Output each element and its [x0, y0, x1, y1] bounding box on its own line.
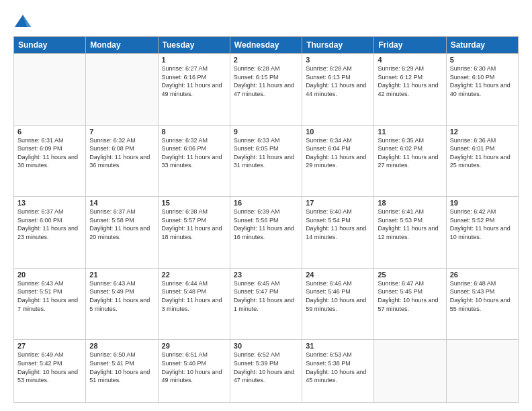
- day-number: 1: [162, 56, 226, 64]
- day-number: 9: [234, 128, 298, 136]
- week-row-5: 27Sunrise: 6:49 AM Sunset: 5:42 PM Dayli…: [14, 340, 519, 403]
- logo: [13, 12, 36, 31]
- day-number: 21: [89, 271, 154, 279]
- day-info: Sunrise: 6:42 AM Sunset: 5:52 PM Dayligh…: [450, 208, 515, 241]
- day-info: Sunrise: 6:43 AM Sunset: 5:51 PM Dayligh…: [17, 279, 82, 313]
- calendar-cell: 1Sunrise: 6:27 AM Sunset: 6:16 PM Daylig…: [158, 54, 230, 126]
- day-number: 27: [17, 342, 82, 350]
- day-number: 15: [162, 199, 226, 207]
- calendar-cell: [14, 54, 86, 126]
- day-number: 20: [17, 271, 82, 279]
- calendar-weekday-thursday: Thursday: [302, 37, 374, 54]
- day-info: Sunrise: 6:39 AM Sunset: 5:56 PM Dayligh…: [234, 208, 298, 241]
- day-info: Sunrise: 6:31 AM Sunset: 6:09 PM Dayligh…: [17, 136, 82, 170]
- calendar-cell: 16Sunrise: 6:39 AM Sunset: 5:56 PM Dayli…: [230, 197, 302, 269]
- calendar-weekday-tuesday: Tuesday: [158, 37, 230, 54]
- day-number: 30: [234, 342, 298, 350]
- calendar-weekday-friday: Friday: [374, 37, 446, 54]
- day-number: 28: [89, 342, 154, 350]
- calendar-cell: 11Sunrise: 6:35 AM Sunset: 6:02 PM Dayli…: [374, 125, 446, 197]
- calendar-cell: 20Sunrise: 6:43 AM Sunset: 5:51 PM Dayli…: [14, 268, 86, 340]
- day-info: Sunrise: 6:33 AM Sunset: 6:05 PM Dayligh…: [234, 136, 298, 170]
- day-info: Sunrise: 6:28 AM Sunset: 6:15 PM Dayligh…: [234, 64, 298, 98]
- day-info: Sunrise: 6:38 AM Sunset: 5:57 PM Dayligh…: [162, 208, 226, 241]
- calendar-cell: 3Sunrise: 6:28 AM Sunset: 6:13 PM Daylig…: [302, 54, 374, 126]
- day-number: 24: [306, 271, 370, 279]
- day-number: 16: [234, 199, 298, 207]
- calendar-cell: 4Sunrise: 6:29 AM Sunset: 6:12 PM Daylig…: [374, 54, 446, 126]
- calendar-table: SundayMondayTuesdayWednesdayThursdayFrid…: [13, 36, 519, 403]
- day-info: Sunrise: 6:49 AM Sunset: 5:42 PM Dayligh…: [17, 351, 82, 384]
- day-info: Sunrise: 6:40 AM Sunset: 5:54 PM Dayligh…: [306, 208, 370, 241]
- calendar-cell: 8Sunrise: 6:32 AM Sunset: 6:06 PM Daylig…: [158, 125, 230, 197]
- calendar-cell: 18Sunrise: 6:41 AM Sunset: 5:53 PM Dayli…: [374, 197, 446, 269]
- day-number: 6: [17, 128, 82, 136]
- calendar-weekday-saturday: Saturday: [446, 37, 518, 54]
- calendar-cell: 26Sunrise: 6:48 AM Sunset: 5:43 PM Dayli…: [446, 268, 518, 340]
- calendar-cell: 24Sunrise: 6:46 AM Sunset: 5:46 PM Dayli…: [302, 268, 374, 340]
- header: [13, 12, 519, 31]
- day-info: Sunrise: 6:29 AM Sunset: 6:12 PM Dayligh…: [378, 64, 442, 98]
- day-info: Sunrise: 6:37 AM Sunset: 5:58 PM Dayligh…: [89, 208, 154, 241]
- day-info: Sunrise: 6:51 AM Sunset: 5:40 PM Dayligh…: [162, 351, 226, 384]
- day-info: Sunrise: 6:30 AM Sunset: 6:10 PM Dayligh…: [450, 64, 515, 98]
- calendar-cell: 21Sunrise: 6:43 AM Sunset: 5:49 PM Dayli…: [86, 268, 158, 340]
- day-number: 31: [306, 342, 370, 350]
- day-number: 14: [89, 199, 154, 207]
- week-row-1: 1Sunrise: 6:27 AM Sunset: 6:16 PM Daylig…: [14, 54, 519, 126]
- calendar-weekday-monday: Monday: [86, 37, 158, 54]
- calendar-cell: 25Sunrise: 6:47 AM Sunset: 5:45 PM Dayli…: [374, 268, 446, 340]
- week-row-4: 20Sunrise: 6:43 AM Sunset: 5:51 PM Dayli…: [14, 268, 519, 340]
- day-info: Sunrise: 6:36 AM Sunset: 6:01 PM Dayligh…: [450, 136, 515, 170]
- day-info: Sunrise: 6:37 AM Sunset: 6:00 PM Dayligh…: [17, 208, 82, 241]
- calendar-weekday-sunday: Sunday: [14, 37, 86, 54]
- day-info: Sunrise: 6:35 AM Sunset: 6:02 PM Dayligh…: [378, 136, 442, 170]
- calendar-cell: [446, 340, 518, 403]
- calendar-cell: 13Sunrise: 6:37 AM Sunset: 6:00 PM Dayli…: [14, 197, 86, 269]
- calendar-cell: 29Sunrise: 6:51 AM Sunset: 5:40 PM Dayli…: [158, 340, 230, 403]
- day-info: Sunrise: 6:52 AM Sunset: 5:39 PM Dayligh…: [234, 351, 298, 384]
- day-info: Sunrise: 6:44 AM Sunset: 5:48 PM Dayligh…: [162, 279, 226, 313]
- page: SundayMondayTuesdayWednesdayThursdayFrid…: [0, 0, 532, 411]
- calendar-cell: 9Sunrise: 6:33 AM Sunset: 6:05 PM Daylig…: [230, 125, 302, 197]
- day-info: Sunrise: 6:45 AM Sunset: 5:47 PM Dayligh…: [234, 279, 298, 313]
- week-row-3: 13Sunrise: 6:37 AM Sunset: 6:00 PM Dayli…: [14, 197, 519, 269]
- day-number: 5: [450, 56, 515, 64]
- day-info: Sunrise: 6:43 AM Sunset: 5:49 PM Dayligh…: [89, 279, 154, 313]
- day-number: 19: [450, 199, 515, 207]
- calendar-cell: 15Sunrise: 6:38 AM Sunset: 5:57 PM Dayli…: [158, 197, 230, 269]
- day-info: Sunrise: 6:27 AM Sunset: 6:16 PM Dayligh…: [162, 64, 226, 98]
- day-info: Sunrise: 6:41 AM Sunset: 5:53 PM Dayligh…: [378, 208, 442, 241]
- day-info: Sunrise: 6:50 AM Sunset: 5:41 PM Dayligh…: [89, 351, 154, 384]
- day-info: Sunrise: 6:32 AM Sunset: 6:06 PM Dayligh…: [162, 136, 226, 170]
- day-info: Sunrise: 6:48 AM Sunset: 5:43 PM Dayligh…: [450, 279, 515, 313]
- week-row-2: 6Sunrise: 6:31 AM Sunset: 6:09 PM Daylig…: [14, 125, 519, 197]
- calendar-cell: 5Sunrise: 6:30 AM Sunset: 6:10 PM Daylig…: [446, 54, 518, 126]
- calendar-cell: 2Sunrise: 6:28 AM Sunset: 6:15 PM Daylig…: [230, 54, 302, 126]
- day-info: Sunrise: 6:46 AM Sunset: 5:46 PM Dayligh…: [306, 279, 370, 313]
- calendar-cell: 10Sunrise: 6:34 AM Sunset: 6:04 PM Dayli…: [302, 125, 374, 197]
- day-number: 22: [162, 271, 226, 279]
- day-number: 10: [306, 128, 370, 136]
- day-number: 23: [234, 271, 298, 279]
- calendar-cell: 22Sunrise: 6:44 AM Sunset: 5:48 PM Dayli…: [158, 268, 230, 340]
- calendar-cell: 30Sunrise: 6:52 AM Sunset: 5:39 PM Dayli…: [230, 340, 302, 403]
- day-number: 13: [17, 199, 82, 207]
- day-number: 25: [378, 271, 442, 279]
- day-number: 17: [306, 199, 370, 207]
- calendar-cell: 19Sunrise: 6:42 AM Sunset: 5:52 PM Dayli…: [446, 197, 518, 269]
- day-number: 4: [378, 56, 442, 64]
- day-info: Sunrise: 6:53 AM Sunset: 5:38 PM Dayligh…: [306, 351, 370, 384]
- calendar-cell: 12Sunrise: 6:36 AM Sunset: 6:01 PM Dayli…: [446, 125, 518, 197]
- calendar-cell: 23Sunrise: 6:45 AM Sunset: 5:47 PM Dayli…: [230, 268, 302, 340]
- day-number: 8: [162, 128, 226, 136]
- calendar-cell: 6Sunrise: 6:31 AM Sunset: 6:09 PM Daylig…: [14, 125, 86, 197]
- calendar-cell: 27Sunrise: 6:49 AM Sunset: 5:42 PM Dayli…: [14, 340, 86, 403]
- calendar-cell: [86, 54, 158, 126]
- day-number: 11: [378, 128, 442, 136]
- day-number: 7: [89, 128, 154, 136]
- calendar-header-row: SundayMondayTuesdayWednesdayThursdayFrid…: [14, 37, 519, 54]
- calendar-cell: [374, 340, 446, 403]
- day-info: Sunrise: 6:28 AM Sunset: 6:13 PM Dayligh…: [306, 64, 370, 98]
- day-number: 29: [162, 342, 226, 350]
